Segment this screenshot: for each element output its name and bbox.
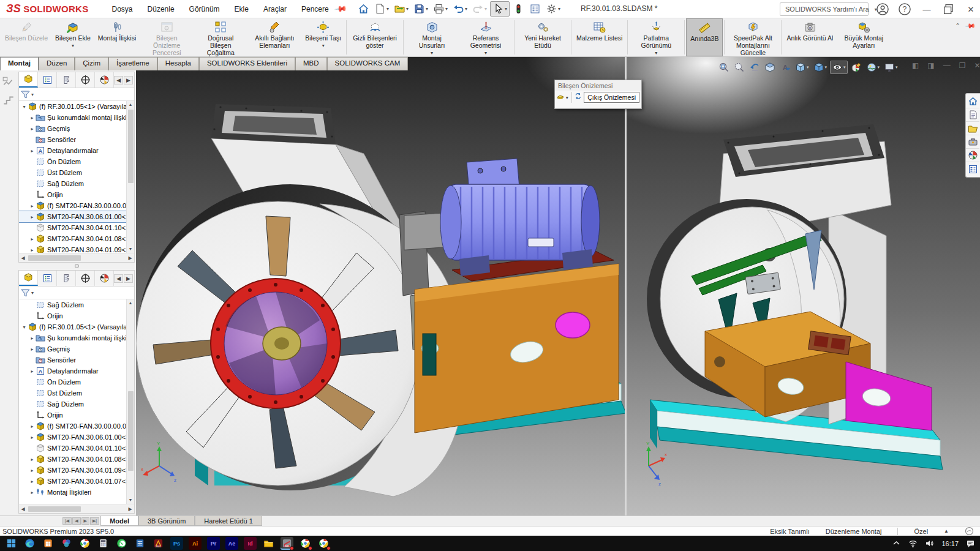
ribbon-button-bile-en-d-zele[interactable]: Bileşen Düzele (1, 18, 51, 56)
tree-item-smt20-fan-30-04-01-08-1[interactable]: ▸SMT20-FAN.30.04.01.08<1> ( (19, 233, 134, 244)
wifi-icon[interactable] (908, 539, 918, 548)
tab-hesapla[interactable]: Hesapla (157, 57, 199, 70)
home-button[interactable] (356, 2, 371, 16)
tree-expand-icon[interactable]: ▸ (29, 424, 36, 429)
fan-assembly-model-left[interactable]: xYz (136, 57, 625, 515)
tree-item-ge-mi[interactable]: ▸Geçmiş (19, 123, 134, 134)
sync-preview-icon[interactable] (575, 92, 582, 103)
menu-g-r-n-m[interactable]: Görünüm (183, 2, 226, 16)
tree-item-detayland-rmalar[interactable]: ▸ADetaylandırmalar (19, 365, 134, 377)
tree-item-f-smt20-fan-30-00-00-00-1[interactable]: ▸(f) SMT20-FAN.30.00.00.00<1 (19, 200, 134, 211)
view-orientation-button[interactable]: ▾ (794, 61, 810, 73)
dropdown-caret-icon[interactable]: ▾ (322, 43, 325, 48)
fm-tab-tree[interactable] (19, 72, 38, 88)
tree-item-sens-rler[interactable]: Sensörler (19, 354, 134, 365)
tray-chevron-icon[interactable] (892, 539, 901, 548)
tree-item-n-d-zlem[interactable]: Ön Düzlem (19, 377, 134, 388)
menu-d-zenle[interactable]: Düzenle (141, 2, 181, 16)
ribbon-button-bile-eni-ta[interactable]: Bileşeni Taşı▾ (301, 18, 345, 56)
save-button[interactable]: ▾ (412, 2, 430, 16)
zoom-area-button[interactable] (733, 61, 746, 73)
tree-expand-icon[interactable]: ▸ (29, 369, 36, 374)
tree-item-u-konumdaki-montaj-ili-kile[interactable]: ▸Şu konumdaki montaj ilişkile (19, 112, 134, 123)
preview-part-icon[interactable] (557, 92, 564, 103)
restore-button[interactable] (942, 2, 956, 16)
taskbar-whatsapp[interactable] (115, 537, 128, 550)
tab-d-zen[interactable]: Düzen (39, 57, 75, 70)
taskbar-store-app[interactable] (42, 537, 55, 550)
tree-item-st-d-zlem[interactable]: Üst Düzlem (19, 388, 134, 399)
selection-filter-button[interactable] (511, 2, 526, 16)
doc-tab-nav[interactable]: |◀◀▶▶| (61, 516, 100, 526)
tab-i-aretleme[interactable]: İşaretleme (108, 57, 157, 70)
dropdown-caret-icon[interactable]: ▾ (386, 6, 389, 12)
dropdown-caret-icon[interactable]: ▾ (843, 65, 846, 70)
preview-part-dropdown-icon[interactable]: ▾ (566, 95, 568, 100)
previous-view-button[interactable] (748, 61, 761, 73)
viewport-right[interactable]: xYz (627, 57, 980, 515)
tree-expand-icon[interactable]: ▸ (29, 490, 36, 495)
print-button[interactable]: ▾ (431, 2, 450, 16)
viewport-restore-icon[interactable]: ❐ (959, 61, 966, 70)
tree-item-smt20-fan-30-04-01-07-1[interactable]: ▸SMT20-FAN.30.04.01.07<1> - (19, 476, 134, 487)
panel-splitter[interactable] (18, 263, 135, 268)
step-icon[interactable] (2, 94, 15, 107)
fm-tab-config[interactable] (57, 72, 76, 88)
fm-tab-display[interactable] (95, 72, 114, 88)
undo-button[interactable]: ▾ (451, 2, 469, 16)
section-view-button[interactable] (763, 61, 777, 73)
taskpane-tab-design-library[interactable] (966, 122, 979, 135)
menu-dosya[interactable]: Dosya (106, 2, 139, 16)
fm-tab-dimxpert[interactable] (76, 271, 95, 286)
viewport-left[interactable]: xYz (136, 57, 625, 515)
dropdown-caret-icon[interactable]: ▾ (445, 6, 448, 12)
fm-tab-config[interactable] (57, 271, 76, 286)
pane-right-icon[interactable]: ◨ (927, 61, 934, 70)
taskpane-tab-toolbox[interactable] (966, 135, 979, 149)
taskbar-browser-instance-1[interactable] (299, 537, 312, 550)
tree-item-montaj-i-li-kileri[interactable]: ▸Montaj İlişkileri (19, 487, 134, 498)
tree-item-f-rf-30-01-05-1-varsay-lan[interactable]: ▾(f) RF.30.01.05<1> (Varsayılan) << (19, 101, 134, 112)
ribbon-button-bile-en-ekle[interactable]: Bileşen Ekle▾ (51, 18, 94, 56)
taskbar-spreadsheet-app[interactable] (134, 537, 146, 550)
tree-expand-icon[interactable]: ▸ (29, 203, 36, 209)
dropdown-caret-icon[interactable]: ▾ (558, 6, 560, 12)
tree-bottom-vscrollbar[interactable]: ▲ ▼ (126, 299, 134, 504)
doc-tab-hareket-et-d-1[interactable]: Hareket Etüdü 1 (195, 516, 262, 526)
taskbar-indesign[interactable]: Id (244, 537, 257, 550)
user-account-icon[interactable] (876, 2, 889, 16)
ribbon-button-montaj-unsurlar[interactable]: Montaj Unsurları▾ (405, 18, 459, 56)
fm-tab-dimxpert[interactable] (76, 72, 95, 88)
tree-item-smt20-fan-30-06-01-00-1[interactable]: ▸SMT20-FAN.30.06.01.00<1> ( (19, 432, 134, 443)
taskpane-tab-home[interactable] (966, 95, 979, 108)
tree-item-n-d-zlem[interactable]: Ön Düzlem (19, 156, 134, 167)
fm-tab-display[interactable] (95, 271, 114, 286)
doc-tab-model[interactable]: Model (100, 516, 138, 526)
new-document-button[interactable]: ▾ (372, 2, 391, 16)
filter-dropdown-icon[interactable]: ▾ (31, 290, 34, 296)
tree-item-sens-rler[interactable]: Sensörler (19, 134, 134, 145)
fan-assembly-model-right[interactable]: xYz (627, 57, 980, 515)
dropdown-caret-icon[interactable]: ▾ (431, 50, 433, 56)
tree-top-hscrollbar[interactable]: ◀▶ (19, 253, 134, 262)
tree-item-smt20-fan-30-06-01-00-1[interactable]: ▸SMT20-FAN.30.06.01.00<1> ( (19, 211, 134, 222)
collapse-ribbon-icon[interactable]: ⌃ (955, 22, 960, 30)
menu-ara-lar[interactable]: Araçlar (257, 2, 293, 16)
fm-filter-bottom[interactable]: ▾ (19, 287, 134, 299)
ribbon-button-malzeme-listesi[interactable]: Malzeme Listesi (573, 18, 626, 56)
dropdown-caret-icon[interactable]: ▾ (655, 50, 657, 56)
ribbon-button-referans-geometrisi[interactable]: Referans Geometrisi▾ (459, 18, 513, 56)
tree-item-orijin[interactable]: Orijin (19, 189, 134, 200)
taskbar-file-explorer[interactable] (262, 537, 275, 550)
configuration-name[interactable]: Özel (914, 528, 928, 535)
taskbar-browser-instance-2[interactable] (317, 537, 330, 550)
tree-item-smt20-fan-30-04-01-10-1[interactable]: SMT20-FAN.30.04.01.10<1> ( (19, 222, 134, 233)
ribbon-button-do-rusal-bile-en-o-altma[interactable]: Doğrusal Bileşen Çoğaltma▾ (194, 18, 247, 56)
dropdown-caret-icon[interactable]: ▾ (505, 6, 507, 12)
taskbar-premiere[interactable]: Pr (207, 537, 220, 550)
taskbar-windows-start[interactable] (5, 537, 18, 550)
filter-dropdown-icon[interactable]: ▾ (31, 92, 34, 97)
tree-item-orijin[interactable]: Orijin (19, 310, 134, 321)
taskbar-autocad-2021[interactable]: 2021 (152, 537, 165, 550)
view-settings-button[interactable]: ▾ (883, 61, 899, 73)
